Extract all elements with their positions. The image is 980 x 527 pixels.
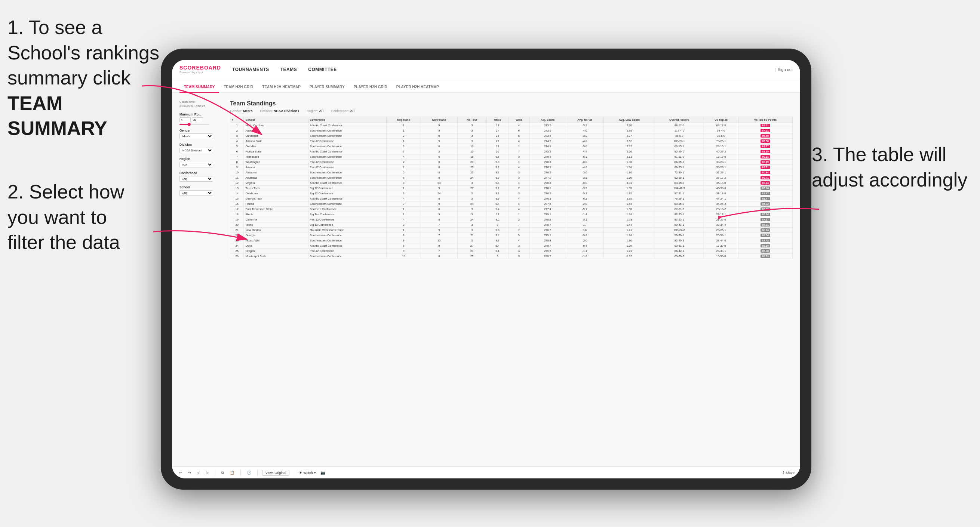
table-row[interactable]: 15 Georgia Tech Atlantic Coast Conferenc… [230,196,793,202]
cell-conference: Southeastern Conference [308,133,387,139]
cell-conference: Atlantic Coast Conference [308,181,387,186]
tab-player-summary[interactable]: PLAYER SUMMARY [305,85,349,93]
col-overall: Overall Record [655,117,704,123]
cell-vs25: 38-18-0 [704,191,738,196]
cell-conference: Big 12 Conference [308,186,387,191]
cell-score: 85.02 [738,202,793,207]
cell-school: Auburn [244,128,308,133]
clock-button[interactable]: 🕐 [245,470,253,475]
table-row[interactable]: 6 Florida State Atlantic Coast Conferenc… [230,149,793,154]
table-row[interactable]: 12 Virginia Atlantic Coast Conference 8 … [230,181,793,186]
logo-area: SCOREBOARD Powered by clippi [180,65,221,74]
table-row[interactable]: 26 Mississippi State Southeastern Confer… [230,254,793,259]
tab-player-h2h-grid[interactable]: PLAYER H2H GRID [349,85,392,93]
col-conference: Conference [308,117,387,123]
cell-rank: 6 [230,149,244,154]
undo-button[interactable]: ↩ [178,470,184,475]
cell-rank: 7 [230,154,244,160]
logo-text: SCOREBOARD [180,65,221,71]
tab-team-summary[interactable]: TEAM SUMMARY [180,85,219,93]
cell-reg-rank: 8 [387,233,421,238]
table-row[interactable]: 9 Arizona Pac-12 Conference 2 8 23 9.2 4… [230,165,793,170]
cell-reg-rank: 9 [387,238,421,243]
cell-overall: 100-27-1 [655,139,704,144]
cell-wins: 4 [509,139,530,144]
table-row[interactable]: 11 Arkansas Southeastern Conference 6 8 … [230,175,793,181]
division-select[interactable]: NCAA Division I [180,148,213,153]
rank-max-input[interactable] [192,117,203,122]
table-row[interactable]: 25 Oregon Pac-12 Conference 9 7 21 9.1 3… [230,249,793,254]
cell-score: 83.47 [738,196,793,202]
table-row[interactable]: 14 Oklahoma Big 12 Conference 3 24 2 9.1… [230,191,793,196]
redo-button[interactable]: ↪ [186,470,192,475]
table-row[interactable]: 7 Tennessee Southeastern Conference 4 6 … [230,154,793,160]
back-button[interactable]: ◁ [196,470,202,475]
table-row[interactable]: 22 Georgia Southeastern Conference 8 7 2… [230,233,793,238]
toolbar-divider-2 [240,470,241,476]
gender-select[interactable]: Men's [180,133,213,139]
cell-no-tour: 3 [457,238,487,243]
cell-overall: 63-15-1 [655,144,704,149]
cell-avg-low: 2.20 [604,149,655,154]
cell-overall: 87-21-2 [655,207,704,212]
table-row[interactable]: 24 Duke Atlantic Coast Conference 5 9 27… [230,243,793,249]
tab-player-h2h-heatmap[interactable]: PLAYER H2H HEATMAP [392,85,444,93]
forward-button[interactable]: ▷ [205,470,210,475]
tablet-screen: SCOREBOARD Powered by clippi TOURNAMENTS… [172,60,800,478]
copy-button[interactable]: ⧉ [220,470,226,476]
cell-conf-rank: 6 [421,154,457,160]
cell-wins: 4 [509,238,530,243]
table-row[interactable]: 3 Vanderbilt Southeastern Conference 2 5… [230,133,793,139]
nav-item-teams[interactable]: TEAMS [280,65,297,74]
table-row[interactable]: 2 Auburn Southeastern Conference 1 9 3 2… [230,128,793,133]
bottom-toolbar: ↩ ↪ ◁ ▷ ⧉ 📋 🕐 View: Original 👁 Watch ▾ 📷… [172,467,800,478]
view-original-button[interactable]: View: Original [262,470,290,476]
cell-rank: 15 [230,196,244,202]
cell-wins: 1 [509,181,530,186]
table-row[interactable]: 16 Florida Southeastern Conference 7 9 2… [230,202,793,207]
table-row[interactable]: 21 New Mexico Mountain West Conference 1… [230,228,793,233]
meta-conference: Conference: All [331,109,355,113]
table-row[interactable]: 17 East Tennessee State Southern Confere… [230,207,793,212]
cell-adj-score: 276.3 [530,160,566,165]
cell-rnds: 23 [487,133,508,139]
table-row[interactable]: 1 North Carolina Atlantic Coast Conferen… [230,123,793,128]
tab-team-h2h-grid[interactable]: TEAM H2H GRID [219,85,258,93]
cell-avg-low: 1.90 [604,175,655,181]
cell-wins: 1 [509,144,530,149]
cell-no-tour: 21 [457,233,487,238]
col-reg-rank: Reg Rank [387,117,421,123]
table-row[interactable]: 5 Ole Miss Southeastern Conference 3 6 1… [230,144,793,149]
table-row[interactable]: 8 Washington Pac-12 Conference 2 8 23 9.… [230,160,793,165]
cell-rnds: 9.2 [487,217,508,222]
nav-item-tournaments[interactable]: TOURNAMENTS [232,65,269,74]
table-row[interactable]: 19 California Pac-12 Conference 4 8 24 9… [230,217,793,222]
cell-avg-low: 1.98 [604,160,655,165]
watch-button[interactable]: 👁 Watch ▾ [299,471,316,475]
tab-team-h2h-heatmap[interactable]: TEAM H2H HEATMAP [258,85,305,93]
rank-slider[interactable] [180,124,209,125]
table-row[interactable]: 18 Illinois Big Ten Conference 1 9 3 23 … [230,212,793,217]
paste-button[interactable]: 📋 [229,470,236,475]
table-row[interactable]: 4 Arizona State Pac-12 Conference 1 9 3 … [230,139,793,144]
school-select[interactable]: (All) [180,190,213,196]
conference-select[interactable]: (All) [180,176,213,182]
cell-avg-low: 1.41 [604,228,655,233]
cell-school: Illinois [244,212,308,217]
cell-avg-low: 2.85 [604,196,655,202]
rank-min-input[interactable] [180,117,191,122]
screenshot-button[interactable]: 📷 [319,470,326,475]
cell-reg-rank: 2 [387,165,421,170]
table-row[interactable]: 10 Alabama Southeastern Conference 5 8 2… [230,170,793,175]
cell-overall: 76-26-1 [655,196,704,202]
sign-out-button[interactable]: | Sign out [775,67,793,72]
region-select[interactable]: N/A [180,162,213,167]
cell-adj-score: 276.0 [530,186,566,191]
table-row[interactable]: 23 Texas A&M Southeastern Conference 9 1… [230,238,793,243]
nav-item-committee[interactable]: COMMITTEE [308,65,337,74]
table-row[interactable]: 13 Texas Tech Big 12 Conference 1 9 27 9… [230,186,793,191]
cell-wins: 4 [509,196,530,202]
cell-avg-par: -5.2 [566,123,604,128]
table-row[interactable]: 20 Texas Big 12 Conference 3 7 3 9 7 278… [230,222,793,228]
share-button[interactable]: ⤴ Share [783,471,795,475]
